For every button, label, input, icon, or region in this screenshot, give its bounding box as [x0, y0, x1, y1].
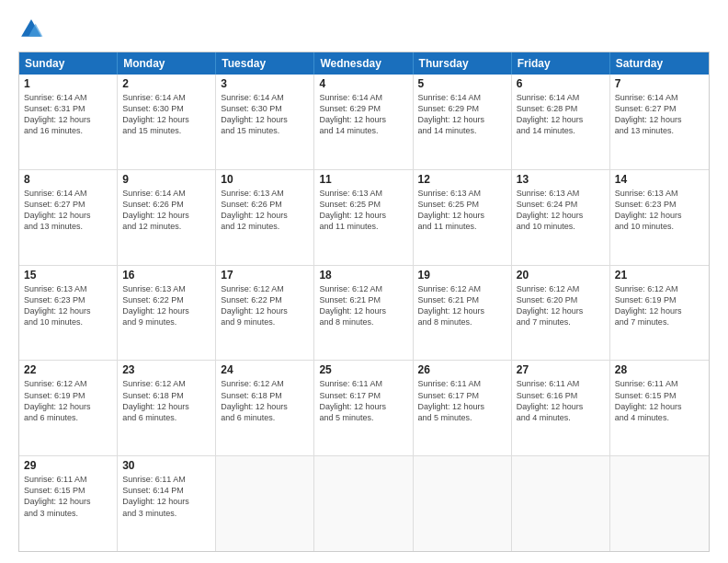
calendar: SundayMondayTuesdayWednesdayThursdayFrid…	[18, 52, 710, 552]
cell-daylight-info: Sunrise: 6:11 AM Sunset: 6:14 PM Dayligh…	[122, 474, 210, 519]
day-number: 12	[418, 173, 506, 186]
calendar-cell-27: 27Sunrise: 6:11 AM Sunset: 6:16 PM Dayli…	[512, 361, 610, 455]
calendar-cell-23: 23Sunrise: 6:12 AM Sunset: 6:18 PM Dayli…	[118, 361, 216, 455]
cell-daylight-info: Sunrise: 6:14 AM Sunset: 6:29 PM Dayligh…	[418, 92, 506, 137]
calendar-cell-20: 20Sunrise: 6:12 AM Sunset: 6:20 PM Dayli…	[512, 266, 610, 361]
calendar-header: SundayMondayTuesdayWednesdayThursdayFrid…	[19, 52, 709, 75]
calendar-cell-empty-4-5	[512, 456, 610, 551]
cell-daylight-info: Sunrise: 6:13 AM Sunset: 6:23 PM Dayligh…	[24, 283, 112, 328]
calendar-cell-5: 5Sunrise: 6:14 AM Sunset: 6:29 PM Daylig…	[414, 75, 512, 169]
cell-daylight-info: Sunrise: 6:14 AM Sunset: 6:29 PM Dayligh…	[319, 92, 407, 137]
day-number: 16	[122, 269, 210, 282]
day-number: 21	[615, 269, 704, 282]
day-number: 22	[24, 363, 112, 376]
calendar-cell-25: 25Sunrise: 6:11 AM Sunset: 6:17 PM Dayli…	[314, 361, 413, 455]
cell-daylight-info: Sunrise: 6:14 AM Sunset: 6:30 PM Dayligh…	[221, 92, 309, 137]
calendar-cell-21: 21Sunrise: 6:12 AM Sunset: 6:19 PM Dayli…	[610, 266, 709, 361]
day-number: 17	[221, 269, 309, 282]
calendar-cell-26: 26Sunrise: 6:11 AM Sunset: 6:17 PM Dayli…	[414, 361, 512, 455]
calendar-cell-19: 19Sunrise: 6:12 AM Sunset: 6:21 PM Dayli…	[414, 266, 512, 361]
calendar-cell-14: 14Sunrise: 6:13 AM Sunset: 6:23 PM Dayli…	[610, 170, 709, 265]
calendar-row-5: 29Sunrise: 6:11 AM Sunset: 6:15 PM Dayli…	[19, 455, 709, 551]
weekday-header-friday: Friday	[512, 52, 610, 75]
cell-daylight-info: Sunrise: 6:14 AM Sunset: 6:27 PM Dayligh…	[615, 92, 704, 137]
cell-daylight-info: Sunrise: 6:11 AM Sunset: 6:15 PM Dayligh…	[24, 474, 112, 519]
calendar-row-1: 1Sunrise: 6:14 AM Sunset: 6:31 PM Daylig…	[19, 75, 709, 169]
calendar-row-3: 15Sunrise: 6:13 AM Sunset: 6:23 PM Dayli…	[19, 265, 709, 361]
cell-daylight-info: Sunrise: 6:12 AM Sunset: 6:20 PM Dayligh…	[517, 283, 605, 328]
calendar-cell-12: 12Sunrise: 6:13 AM Sunset: 6:25 PM Dayli…	[414, 170, 512, 265]
logo-icon	[18, 17, 44, 42]
page: SundayMondayTuesdayWednesdayThursdayFrid…	[0, 0, 728, 563]
cell-daylight-info: Sunrise: 6:12 AM Sunset: 6:21 PM Dayligh…	[319, 283, 407, 328]
calendar-cell-8: 8Sunrise: 6:14 AM Sunset: 6:27 PM Daylig…	[19, 170, 118, 265]
calendar-row-2: 8Sunrise: 6:14 AM Sunset: 6:27 PM Daylig…	[19, 169, 709, 265]
cell-daylight-info: Sunrise: 6:13 AM Sunset: 6:22 PM Dayligh…	[122, 283, 210, 328]
day-number: 4	[319, 77, 407, 90]
day-number: 18	[319, 269, 407, 282]
cell-daylight-info: Sunrise: 6:13 AM Sunset: 6:25 PM Dayligh…	[319, 188, 407, 233]
day-number: 14	[615, 173, 704, 186]
day-number: 2	[122, 77, 210, 90]
cell-daylight-info: Sunrise: 6:14 AM Sunset: 6:27 PM Dayligh…	[24, 188, 112, 233]
day-number: 13	[517, 173, 605, 186]
calendar-body: 1Sunrise: 6:14 AM Sunset: 6:31 PM Daylig…	[19, 75, 709, 551]
cell-daylight-info: Sunrise: 6:14 AM Sunset: 6:28 PM Dayligh…	[517, 92, 605, 137]
day-number: 7	[615, 77, 704, 90]
calendar-cell-13: 13Sunrise: 6:13 AM Sunset: 6:24 PM Dayli…	[512, 170, 610, 265]
header	[18, 17, 710, 42]
calendar-cell-6: 6Sunrise: 6:14 AM Sunset: 6:28 PM Daylig…	[512, 75, 610, 169]
day-number: 1	[24, 77, 112, 90]
calendar-cell-24: 24Sunrise: 6:12 AM Sunset: 6:18 PM Dayli…	[216, 361, 314, 455]
cell-daylight-info: Sunrise: 6:12 AM Sunset: 6:21 PM Dayligh…	[418, 283, 506, 328]
cell-daylight-info: Sunrise: 6:13 AM Sunset: 6:24 PM Dayligh…	[517, 188, 605, 233]
cell-daylight-info: Sunrise: 6:11 AM Sunset: 6:17 PM Dayligh…	[418, 378, 506, 423]
calendar-row-4: 22Sunrise: 6:12 AM Sunset: 6:19 PM Dayli…	[19, 360, 709, 455]
cell-daylight-info: Sunrise: 6:12 AM Sunset: 6:18 PM Dayligh…	[122, 378, 210, 423]
weekday-header-thursday: Thursday	[414, 52, 512, 75]
calendar-cell-28: 28Sunrise: 6:11 AM Sunset: 6:15 PM Dayli…	[610, 361, 709, 455]
calendar-cell-10: 10Sunrise: 6:13 AM Sunset: 6:26 PM Dayli…	[216, 170, 314, 265]
cell-daylight-info: Sunrise: 6:14 AM Sunset: 6:31 PM Dayligh…	[24, 92, 112, 137]
calendar-cell-18: 18Sunrise: 6:12 AM Sunset: 6:21 PM Dayli…	[314, 266, 413, 361]
calendar-cell-15: 15Sunrise: 6:13 AM Sunset: 6:23 PM Dayli…	[19, 266, 118, 361]
calendar-cell-7: 7Sunrise: 6:14 AM Sunset: 6:27 PM Daylig…	[610, 75, 709, 169]
cell-daylight-info: Sunrise: 6:14 AM Sunset: 6:30 PM Dayligh…	[122, 92, 210, 137]
day-number: 25	[319, 363, 407, 376]
cell-daylight-info: Sunrise: 6:13 AM Sunset: 6:23 PM Dayligh…	[615, 188, 704, 233]
cell-daylight-info: Sunrise: 6:12 AM Sunset: 6:18 PM Dayligh…	[221, 378, 309, 423]
day-number: 20	[517, 269, 605, 282]
calendar-cell-9: 9Sunrise: 6:14 AM Sunset: 6:26 PM Daylig…	[118, 170, 216, 265]
calendar-cell-16: 16Sunrise: 6:13 AM Sunset: 6:22 PM Dayli…	[118, 266, 216, 361]
cell-daylight-info: Sunrise: 6:11 AM Sunset: 6:16 PM Dayligh…	[517, 378, 605, 423]
calendar-cell-22: 22Sunrise: 6:12 AM Sunset: 6:19 PM Dayli…	[19, 361, 118, 455]
cell-daylight-info: Sunrise: 6:14 AM Sunset: 6:26 PM Dayligh…	[122, 188, 210, 233]
day-number: 24	[221, 363, 309, 376]
cell-daylight-info: Sunrise: 6:12 AM Sunset: 6:19 PM Dayligh…	[24, 378, 112, 423]
calendar-cell-4: 4Sunrise: 6:14 AM Sunset: 6:29 PM Daylig…	[314, 75, 413, 169]
day-number: 11	[319, 173, 407, 186]
cell-daylight-info: Sunrise: 6:12 AM Sunset: 6:19 PM Dayligh…	[615, 283, 704, 328]
day-number: 3	[221, 77, 309, 90]
weekday-header-monday: Monday	[118, 52, 216, 75]
cell-daylight-info: Sunrise: 6:11 AM Sunset: 6:15 PM Dayligh…	[615, 378, 704, 423]
day-number: 5	[418, 77, 506, 90]
weekday-header-wednesday: Wednesday	[314, 52, 413, 75]
day-number: 27	[517, 363, 605, 376]
day-number: 8	[24, 173, 112, 186]
calendar-cell-30: 30Sunrise: 6:11 AM Sunset: 6:14 PM Dayli…	[118, 456, 216, 551]
calendar-cell-17: 17Sunrise: 6:12 AM Sunset: 6:22 PM Dayli…	[216, 266, 314, 361]
day-number: 23	[122, 363, 210, 376]
cell-daylight-info: Sunrise: 6:11 AM Sunset: 6:17 PM Dayligh…	[319, 378, 407, 423]
weekday-header-sunday: Sunday	[19, 52, 118, 75]
calendar-cell-29: 29Sunrise: 6:11 AM Sunset: 6:15 PM Dayli…	[19, 456, 118, 551]
calendar-cell-1: 1Sunrise: 6:14 AM Sunset: 6:31 PM Daylig…	[19, 75, 118, 169]
day-number: 15	[24, 269, 112, 282]
day-number: 19	[418, 269, 506, 282]
cell-daylight-info: Sunrise: 6:13 AM Sunset: 6:25 PM Dayligh…	[418, 188, 506, 233]
day-number: 26	[418, 363, 506, 376]
logo	[18, 17, 48, 42]
day-number: 30	[122, 459, 210, 472]
calendar-cell-empty-4-6	[610, 456, 709, 551]
calendar-cell-empty-4-3	[314, 456, 413, 551]
